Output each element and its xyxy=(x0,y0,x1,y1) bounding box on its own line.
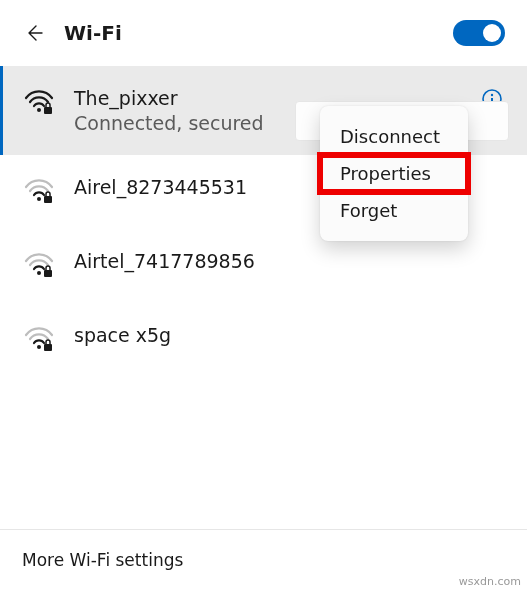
wifi-toggle[interactable] xyxy=(453,20,505,46)
wifi-name: space x5g xyxy=(74,323,503,348)
menu-item-forget[interactable]: Forget xyxy=(320,192,468,229)
wifi-signal-lock-icon xyxy=(24,325,52,357)
watermark: wsxdn.com xyxy=(459,575,521,588)
footer: More Wi-Fi settings xyxy=(0,529,527,590)
wifi-info: space x5g xyxy=(74,323,503,348)
svg-point-0 xyxy=(37,108,41,112)
back-button[interactable] xyxy=(22,21,46,45)
wifi-name: Airtel_7417789856 xyxy=(74,249,503,274)
wifi-signal-lock-icon xyxy=(24,177,52,209)
svg-rect-1 xyxy=(44,107,52,114)
context-menu: Disconnect Properties Forget xyxy=(320,106,468,241)
svg-point-7 xyxy=(37,271,41,275)
page-title: Wi-Fi xyxy=(64,21,122,45)
menu-item-properties[interactable]: Properties xyxy=(320,155,468,192)
wifi-info: Airtel_7417789856 xyxy=(74,249,503,274)
menu-item-disconnect[interactable]: Disconnect xyxy=(320,118,468,155)
more-wifi-settings-link[interactable]: More Wi-Fi settings xyxy=(22,550,505,570)
header: Wi-Fi xyxy=(0,0,527,66)
wifi-signal-lock-icon xyxy=(24,251,52,283)
svg-point-9 xyxy=(37,345,41,349)
header-left: Wi-Fi xyxy=(22,21,122,45)
svg-point-5 xyxy=(37,197,41,201)
svg-rect-6 xyxy=(44,196,52,203)
wifi-signal-lock-icon xyxy=(24,88,52,120)
svg-rect-8 xyxy=(44,270,52,277)
svg-rect-10 xyxy=(44,344,52,351)
svg-point-3 xyxy=(491,94,493,96)
wifi-item[interactable]: space x5g xyxy=(0,303,527,377)
back-arrow-icon xyxy=(24,23,44,43)
toggle-knob xyxy=(483,24,501,42)
